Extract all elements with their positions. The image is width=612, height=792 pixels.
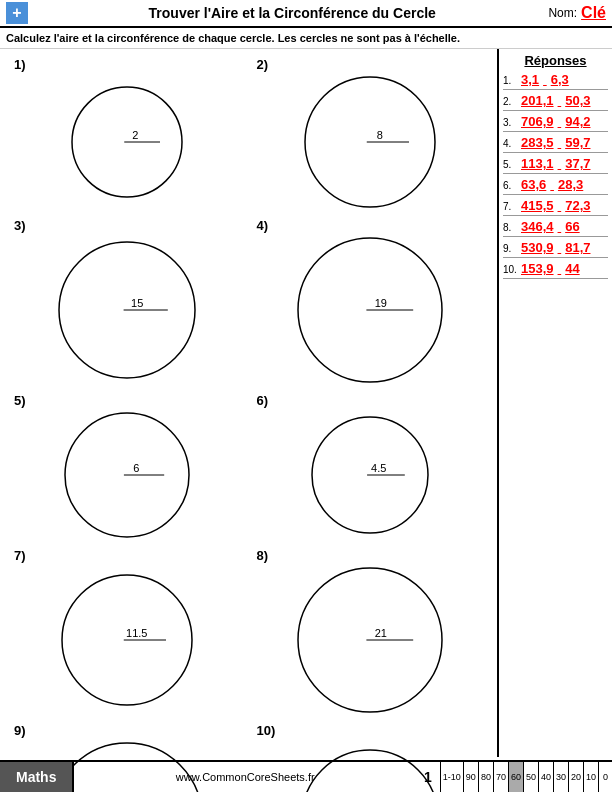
circle-svg-1: 2 bbox=[62, 84, 192, 200]
answer-circ-6: 28,3 bbox=[558, 177, 583, 192]
circle-svg-4: 19 bbox=[288, 235, 452, 385]
circle-container-6: 4.5 bbox=[257, 410, 484, 540]
circle-item-2: 2) 8 bbox=[249, 53, 492, 214]
circle-item-6: 6) 4.5 bbox=[249, 389, 492, 544]
answer-values-10: 153,9 44 bbox=[521, 261, 580, 276]
score-item-6: 40 bbox=[538, 762, 553, 792]
svg-text:8: 8 bbox=[376, 129, 382, 141]
answer-circ-3: 94,2 bbox=[565, 114, 590, 129]
circle-label-3: 3) bbox=[14, 218, 26, 233]
circle-label-8: 8) bbox=[257, 548, 269, 563]
circle-container-1: 2 bbox=[14, 74, 241, 210]
header-title: Trouver l'Aire et la Circonférence du Ce… bbox=[36, 5, 548, 21]
answer-sep-8 bbox=[558, 219, 562, 234]
answer-values-5: 113,1 37,7 bbox=[521, 156, 590, 171]
answer-num-1: 1. bbox=[503, 75, 521, 86]
answer-circ-9: 81,7 bbox=[565, 240, 590, 255]
answer-area-2: 201,1 bbox=[521, 93, 554, 108]
answer-sep-6 bbox=[550, 177, 554, 192]
score-item-10: 0 bbox=[598, 762, 612, 792]
answer-area-5: 113,1 bbox=[521, 156, 554, 171]
answer-values-6: 63,6 28,3 bbox=[521, 177, 583, 192]
answer-row-4: 4. 283,5 59,7 bbox=[503, 135, 608, 153]
answer-row-5: 5. 113,1 37,7 bbox=[503, 156, 608, 174]
answer-area-6: 63,6 bbox=[521, 177, 546, 192]
answer-circ-1: 6,3 bbox=[551, 72, 569, 87]
circle-label-5: 5) bbox=[14, 393, 26, 408]
circle-item-5: 5) 6 bbox=[6, 389, 249, 544]
circle-container-4: 19 bbox=[257, 235, 484, 385]
answer-circ-7: 72,3 bbox=[565, 198, 590, 213]
answer-area-9: 530,9 bbox=[521, 240, 554, 255]
answer-sep-5 bbox=[558, 156, 562, 171]
answer-values-2: 201,1 50,3 bbox=[521, 93, 590, 108]
svg-text:21: 21 bbox=[374, 627, 386, 639]
answer-values-1: 3,1 6,3 bbox=[521, 72, 569, 87]
circle-item-3: 3) 15 bbox=[6, 214, 249, 389]
answer-num-2: 2. bbox=[503, 96, 521, 107]
circle-container-8: 21 bbox=[257, 565, 484, 715]
answer-values-8: 346,4 66 bbox=[521, 219, 580, 234]
circle-container-3: 15 bbox=[14, 235, 241, 385]
footer-scores: 1-109080706050403020100 bbox=[440, 762, 612, 792]
answer-sep-10 bbox=[558, 261, 562, 276]
nom-label: Nom: bbox=[548, 6, 577, 20]
circles-area: 1) 2 2) 8 3) 15 4) bbox=[0, 49, 497, 757]
svg-text:11.5: 11.5 bbox=[126, 627, 147, 639]
instructions: Calculez l'aire et la circonférence de c… bbox=[0, 28, 612, 49]
circle-label-1: 1) bbox=[14, 57, 26, 72]
answer-num-3: 3. bbox=[503, 117, 521, 128]
answer-row-1: 1. 3,1 6,3 bbox=[503, 72, 608, 90]
answer-row-6: 6. 63,6 28,3 bbox=[503, 177, 608, 195]
answer-area-1: 3,1 bbox=[521, 72, 539, 87]
answer-row-7: 7. 415,5 72,3 bbox=[503, 198, 608, 216]
answer-num-8: 8. bbox=[503, 222, 521, 233]
score-item-4: 60 bbox=[508, 762, 523, 792]
circle-item-4: 4) 19 bbox=[249, 214, 492, 389]
answers-container: 1. 3,1 6,3 2. 201,1 50,3 3. 706,9 94,2 4… bbox=[503, 72, 608, 279]
circle-label-4: 4) bbox=[257, 218, 269, 233]
svg-text:6: 6 bbox=[133, 462, 139, 474]
answer-row-3: 3. 706,9 94,2 bbox=[503, 114, 608, 132]
answer-circ-2: 50,3 bbox=[565, 93, 590, 108]
score-item-3: 70 bbox=[493, 762, 508, 792]
circle-svg-5: 6 bbox=[55, 410, 199, 540]
answer-num-4: 4. bbox=[503, 138, 521, 149]
circle-container-5: 6 bbox=[14, 410, 241, 540]
footer-url: www.CommonCoreSheets.fr bbox=[74, 771, 416, 783]
svg-text:2: 2 bbox=[132, 129, 138, 141]
circle-svg-2: 8 bbox=[295, 74, 445, 210]
answer-num-10: 10. bbox=[503, 264, 521, 275]
circle-container-7: 11.5 bbox=[14, 565, 241, 715]
answer-key: Réponses 1. 3,1 6,3 2. 201,1 50,3 3. 706… bbox=[497, 49, 612, 757]
circle-item-8: 8) 21 bbox=[249, 544, 492, 719]
footer-page: 1 bbox=[416, 769, 440, 785]
score-item-7: 30 bbox=[553, 762, 568, 792]
score-item-0: 1-10 bbox=[440, 762, 463, 792]
score-item-9: 10 bbox=[583, 762, 598, 792]
answer-row-2: 2. 201,1 50,3 bbox=[503, 93, 608, 111]
answer-circ-5: 37,7 bbox=[565, 156, 590, 171]
answer-sep-9 bbox=[558, 240, 562, 255]
answer-circ-8: 66 bbox=[565, 219, 579, 234]
circle-label-7: 7) bbox=[14, 548, 26, 563]
score-item-1: 90 bbox=[463, 762, 478, 792]
answer-num-5: 5. bbox=[503, 159, 521, 170]
circle-label-10: 10) bbox=[257, 723, 276, 738]
cle-label: Clé bbox=[581, 4, 606, 22]
circle-svg-7: 11.5 bbox=[52, 572, 202, 708]
main-content: 1) 2 2) 8 3) 15 4) bbox=[0, 49, 612, 757]
answer-values-9: 530,9 81,7 bbox=[521, 240, 590, 255]
answer-area-8: 346,4 bbox=[521, 219, 554, 234]
circle-item-1: 1) 2 bbox=[6, 53, 249, 214]
circle-svg-8: 21 bbox=[288, 565, 452, 715]
answer-values-7: 415,5 72,3 bbox=[521, 198, 590, 213]
circle-label-6: 6) bbox=[257, 393, 269, 408]
answer-num-6: 6. bbox=[503, 180, 521, 191]
answer-row-8: 8. 346,4 66 bbox=[503, 219, 608, 237]
answer-key-title: Réponses bbox=[503, 53, 608, 68]
answer-sep-1 bbox=[543, 72, 547, 87]
answer-area-10: 153,9 bbox=[521, 261, 554, 276]
header: + Trouver l'Aire et la Circonférence du … bbox=[0, 0, 612, 28]
circle-item-7: 7) 11.5 bbox=[6, 544, 249, 719]
